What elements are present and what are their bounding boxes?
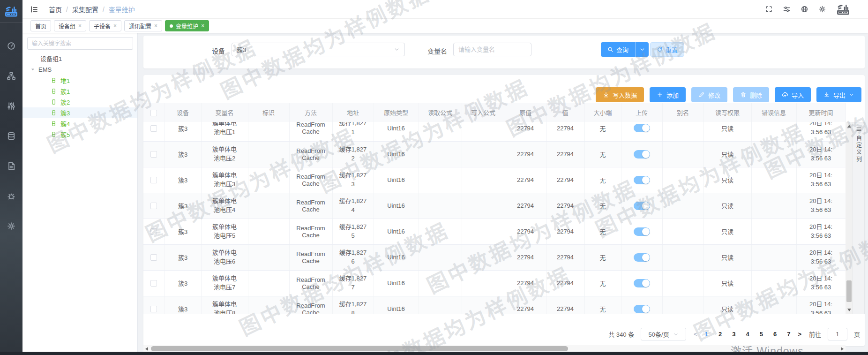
upload-toggle[interactable]: [634, 253, 650, 262]
horizontal-scrollbar[interactable]: [143, 345, 846, 352]
tree-node-簇2[interactable]: 簇2: [22, 97, 137, 107]
tree-node-簇4[interactable]: 簇4: [22, 118, 137, 129]
device-select[interactable]: 簇3: [232, 43, 405, 56]
cell-device: 簇3: [165, 167, 201, 193]
gauge-icon[interactable]: [7, 41, 16, 51]
close-icon[interactable]: ×: [201, 23, 204, 29]
adjust-icon[interactable]: [783, 5, 791, 13]
cell-permission: 只读: [703, 270, 751, 296]
variable-name-input[interactable]: [453, 43, 531, 56]
sliders-icon[interactable]: [7, 101, 16, 111]
row-checkbox[interactable]: [150, 280, 157, 287]
col-read-formula: 读取公式: [419, 103, 462, 122]
upload-toggle[interactable]: [634, 150, 650, 159]
row-checkbox[interactable]: [150, 228, 157, 235]
scroll-up-arrow[interactable]: [846, 123, 853, 129]
next-page-button[interactable]: >: [797, 331, 802, 338]
caret-down-icon[interactable]: [30, 67, 36, 72]
写入数据-button[interactable]: 写入数据: [596, 87, 644, 102]
app-logo-icon: [4, 4, 18, 18]
page-2-button[interactable]: 2: [718, 331, 722, 338]
tab-1[interactable]: 首页: [30, 20, 51, 31]
row-checkbox[interactable]: [150, 151, 157, 158]
prev-page-button[interactable]: <: [693, 331, 698, 338]
导入-button[interactable]: 导入: [775, 87, 811, 102]
reset-button[interactable]: 重置: [650, 42, 684, 57]
page-3-button[interactable]: 3: [732, 331, 735, 338]
gear-icon[interactable]: [7, 221, 16, 231]
search-dropdown-caret[interactable]: [636, 42, 649, 57]
close-icon[interactable]: ×: [113, 23, 117, 29]
upload-toggle[interactable]: [634, 202, 650, 210]
page-1-button[interactable]: 1: [705, 331, 708, 338]
row-checkbox[interactable]: [150, 177, 157, 183]
page-5-button[interactable]: 5: [760, 331, 763, 338]
row-checkbox[interactable]: [150, 254, 157, 261]
vertical-scroll-thumb[interactable]: [846, 280, 852, 302]
tree-node-簇3[interactable]: 簇3: [22, 107, 137, 118]
breadcrumb-item[interactable]: 首页: [49, 5, 62, 14]
cell-identifier: [248, 219, 289, 244]
sliders-icon: [7, 101, 16, 111]
select-all-checkbox[interactable]: [150, 110, 157, 116]
horizontal-scroll-thumb[interactable]: [151, 346, 568, 351]
tab-5[interactable]: 变量维护×: [165, 20, 209, 31]
tree-node-堆1[interactable]: 堆1: [22, 75, 137, 86]
cell-update-time: 20日 14:3:56 63: [796, 270, 846, 296]
page-4-button[interactable]: 4: [746, 331, 749, 338]
添加-button[interactable]: 添加: [650, 87, 686, 102]
search-button[interactable]: 查询: [601, 42, 649, 57]
device-logo-icon[interactable]: [836, 2, 850, 16]
修改-button[interactable]: 修改: [691, 87, 727, 102]
close-icon[interactable]: ×: [154, 23, 157, 29]
vertical-scrollbar[interactable]: [846, 122, 853, 314]
custom-columns-tab[interactable]: 自定义列: [853, 122, 865, 314]
导出-button[interactable]: 导出: [816, 87, 861, 102]
cell-raw-value: 22794: [505, 296, 546, 314]
cell-identifier: [248, 167, 289, 193]
tree-node-ems[interactable]: EMS: [22, 64, 137, 75]
upload-toggle[interactable]: [634, 305, 650, 313]
page-size-select[interactable]: 50条/页: [641, 328, 686, 340]
upload-toggle[interactable]: [634, 279, 650, 287]
cell-permission: 只读: [703, 122, 751, 141]
scroll-left-arrow[interactable]: [143, 345, 150, 352]
upload-toggle[interactable]: [634, 176, 650, 184]
page-6-button[interactable]: 6: [773, 331, 777, 338]
device-select-value: 簇3: [237, 45, 246, 54]
tree-node-device-group[interactable]: 设备组1: [22, 53, 137, 64]
row-checkbox[interactable]: [150, 125, 157, 132]
scroll-right-arrow[interactable]: [839, 345, 846, 352]
close-icon[interactable]: ×: [78, 23, 82, 29]
tab-2[interactable]: 设备组×: [54, 20, 86, 31]
upload-toggle[interactable]: [634, 227, 650, 236]
document-icon[interactable]: [7, 161, 16, 171]
breadcrumb-item[interactable]: 采集配置: [72, 5, 98, 14]
bug-icon[interactable]: [7, 191, 16, 201]
upload-toggle[interactable]: [634, 124, 650, 132]
tree-node-簇5[interactable]: 簇5: [22, 129, 137, 140]
row-checkbox[interactable]: [150, 306, 157, 312]
app-logo-icon[interactable]: [0, 0, 22, 23]
sitemap-icon[interactable]: [7, 71, 16, 81]
page-unit-label: 页: [854, 330, 860, 339]
scroll-down-arrow[interactable]: [846, 307, 853, 313]
globe-icon[interactable]: [801, 5, 808, 13]
fullscreen-icon[interactable]: [765, 5, 773, 13]
battery-icon: [51, 121, 57, 127]
goto-page-input[interactable]: [828, 328, 847, 340]
tab-3[interactable]: 子设备×: [89, 20, 121, 31]
gear-icon[interactable]: [818, 5, 826, 13]
row-checkbox[interactable]: [150, 203, 157, 209]
tab-4[interactable]: 通讯配置×: [124, 20, 162, 31]
tree-node-簇1[interactable]: 簇1: [22, 86, 137, 97]
cell-alias: [662, 244, 703, 270]
删除-button[interactable]: 删除: [733, 87, 769, 102]
filter-card: 设备 簇3 变量名 查询 重置: [143, 36, 865, 68]
menu-fold-icon[interactable]: [30, 5, 38, 14]
cell-variable-name: 簇单体电池电压2: [201, 141, 248, 167]
database-icon[interactable]: [7, 131, 16, 141]
cell-alias: [662, 167, 703, 193]
page-7-button[interactable]: 7: [787, 331, 790, 338]
tree-search-input[interactable]: [27, 37, 133, 50]
